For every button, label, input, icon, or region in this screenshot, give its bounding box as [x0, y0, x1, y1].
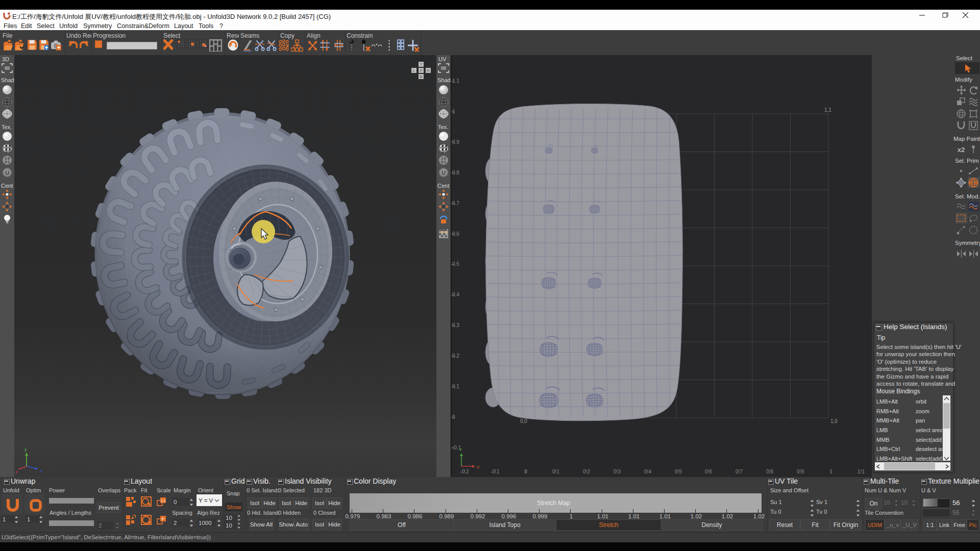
- svg-text:0.2: 0.2: [452, 353, 459, 359]
- svg-text:x: x: [15, 469, 18, 474]
- svg-text:x2: x2: [958, 146, 965, 154]
- svg-text:0.3: 0.3: [452, 322, 459, 328]
- svg-text:0.5: 0.5: [452, 261, 459, 267]
- svg-text:1 0: 1 0: [441, 157, 446, 160]
- svg-text:R: R: [427, 68, 430, 73]
- svg-text:B: B: [420, 74, 422, 79]
- svg-text:U: U: [5, 170, 9, 176]
- svg-text:0 1: 0 1: [5, 160, 9, 164]
- svg-text:0,0: 0,0: [520, 418, 527, 424]
- svg-text:P: P: [162, 517, 164, 521]
- svg-text:1 0: 1 0: [5, 157, 9, 160]
- svg-text:u: u: [477, 464, 479, 469]
- svg-text:z: z: [40, 468, 42, 473]
- svg-text:0.4: 0.4: [452, 292, 459, 297]
- svg-text:T: T: [420, 62, 423, 67]
- svg-text:0 1: 0 1: [441, 160, 446, 164]
- svg-text:F: F: [420, 68, 423, 73]
- svg-text:L: L: [413, 68, 415, 73]
- svg-text:U: U: [442, 170, 446, 176]
- svg-text:1,0: 1,0: [830, 418, 838, 424]
- svg-text:0,1: 0,1: [526, 107, 533, 113]
- svg-text:1:1: 1:1: [161, 499, 166, 503]
- svg-text:v: v: [459, 447, 462, 452]
- svg-text:y: y: [24, 447, 27, 452]
- svg-text:1,1: 1,1: [824, 107, 831, 113]
